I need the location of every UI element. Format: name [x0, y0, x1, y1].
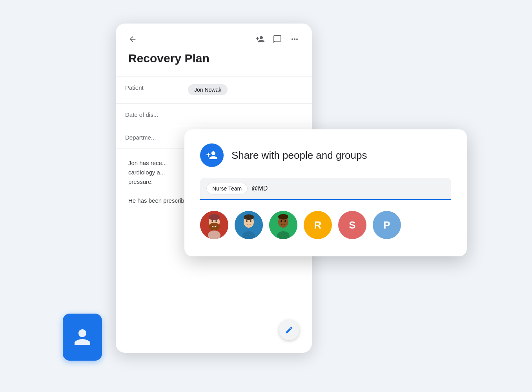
edit-fab-button[interactable] [279, 320, 299, 340]
add-person-share-icon [206, 149, 218, 161]
share-dialog-title: Share with people and groups [231, 149, 367, 162]
blue-person-card [63, 314, 102, 361]
comment-button[interactable] [273, 34, 282, 44]
dept-label: Departme... [116, 126, 179, 149]
avatar-p: P [373, 211, 401, 239]
header-actions [255, 34, 299, 44]
add-person-button[interactable] [255, 34, 265, 44]
avatars-row: R S P [200, 211, 451, 239]
avatar-person-2 [235, 211, 263, 239]
share-input[interactable] [251, 185, 445, 192]
avatar-r: R [304, 211, 332, 239]
avatar-r-letter: R [314, 219, 322, 231]
avatar-face-1 [200, 211, 228, 239]
avatar-s: S [338, 211, 366, 239]
patient-label: Patient [116, 76, 179, 103]
edit-icon [285, 326, 293, 334]
date-row: Date of dis... [116, 103, 312, 126]
card-header [116, 24, 312, 50]
person-icon [73, 327, 92, 347]
patient-value: Jon Nowak [179, 76, 312, 103]
avatar-person-1 [200, 211, 228, 239]
share-header: Share with people and groups [200, 143, 451, 167]
svg-point-15 [278, 214, 288, 220]
recovery-plan-title: Recovery Plan [116, 50, 312, 76]
patient-chip: Jon Nowak [188, 84, 228, 95]
svg-point-17 [284, 220, 286, 222]
svg-point-9 [244, 214, 254, 220]
avatar-s-letter: S [349, 219, 355, 231]
share-input-area[interactable]: Nurse Team [200, 178, 451, 200]
back-button[interactable] [128, 35, 137, 44]
share-icon-circle [200, 143, 224, 167]
svg-point-16 [281, 220, 282, 222]
nurse-team-chip: Nurse Team [206, 183, 248, 194]
date-label: Date of dis... [116, 103, 179, 126]
svg-point-11 [250, 220, 251, 222]
avatar-person-3 [269, 211, 297, 239]
svg-point-2 [209, 223, 220, 230]
svg-point-4 [211, 220, 213, 222]
svg-point-5 [215, 220, 217, 222]
patient-row: Patient Jon Nowak [116, 76, 312, 103]
more-button[interactable] [290, 34, 299, 44]
share-dialog: Share with people and groups Nurse Team [184, 129, 467, 256]
avatar-face-2 [235, 211, 263, 239]
svg-point-3 [209, 214, 220, 220]
date-value [179, 103, 312, 126]
avatar-p-letter: P [383, 219, 390, 231]
main-scene: Recovery Plan Patient Jon Nowak Date of … [0, 0, 532, 392]
avatar-face-3 [269, 211, 297, 239]
svg-point-10 [246, 220, 248, 222]
